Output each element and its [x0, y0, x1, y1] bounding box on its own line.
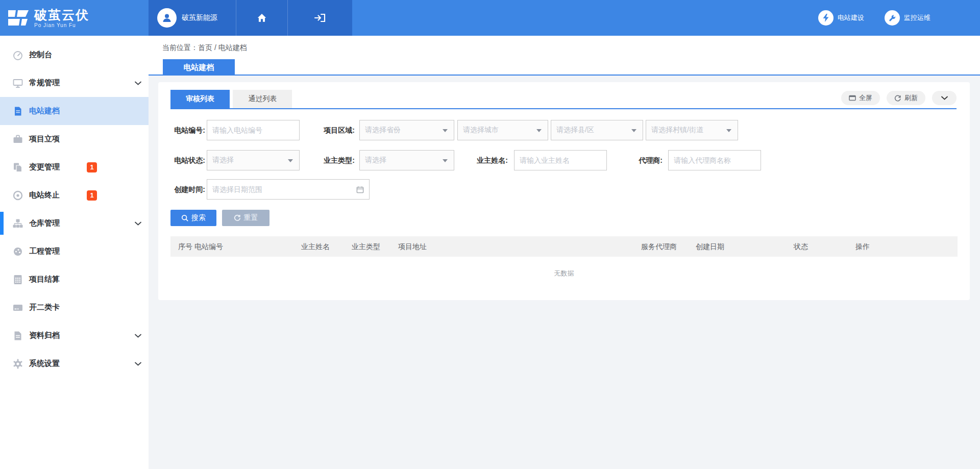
nav-monitor-ops[interactable]: 监控运维 [885, 10, 930, 26]
user-menu[interactable]: 破茧新能源 [149, 0, 236, 36]
reset-icon [234, 214, 241, 221]
calculator-icon [12, 274, 23, 285]
briefcase-icon [12, 134, 23, 145]
province-select[interactable]: 请选择省份 [359, 120, 454, 140]
target-icon [12, 190, 23, 201]
sidebar-item-archives[interactable]: 资料归档 [0, 322, 149, 350]
station-no-input[interactable] [207, 120, 300, 140]
sidebar-item-label: 项目立项 [29, 134, 60, 144]
sidebar-item-label: 开二类卡 [29, 303, 60, 312]
owner-type-label: 业主类型: [319, 150, 355, 170]
brand-logo-icon [7, 8, 30, 28]
sidebar-item-station-termination[interactable]: 电站终止 1 [0, 181, 149, 209]
sidebar-item-label: 资料归档 [29, 331, 60, 340]
col-address: 项目地址 [398, 236, 427, 257]
reset-button[interactable]: 重置 [222, 210, 270, 226]
sidebar-item-project-initiation[interactable]: 项目立项 [0, 125, 149, 153]
sidebar-item-warehouse-mgmt[interactable]: 仓库管理 [0, 209, 149, 237]
owner-name-label: 业主姓名: [467, 150, 508, 170]
breadcrumb: 当前位置：首页 / 电站建档 [162, 43, 247, 53]
refresh-icon [894, 94, 901, 102]
gear-icon [12, 358, 23, 369]
created-time-label: 创建时间: [170, 179, 205, 200]
home-button[interactable] [236, 0, 287, 36]
sidebar-item-general-mgmt[interactable]: 常规管理 [0, 69, 149, 97]
col-status: 状态 [794, 236, 808, 257]
col-created-date: 创建日期 [696, 236, 724, 257]
region-label: 项目区域: [319, 120, 355, 140]
sitemap-icon [12, 218, 23, 229]
panel-tabs: 审核列表 通过列表 全屏 刷 [170, 90, 957, 109]
user-icon [161, 12, 173, 23]
avatar [157, 8, 177, 28]
agent-input[interactable] [668, 150, 761, 170]
owner-type-select[interactable]: 请选择 [359, 150, 454, 170]
brand-logo: 破茧云伏 Po Jian Yun Fu [0, 0, 149, 36]
date-range-picker[interactable] [207, 179, 370, 200]
monitor-icon [12, 78, 23, 89]
dashboard-icon [12, 50, 23, 61]
sidebar-item-engineering-mgmt[interactable]: 工程管理 [0, 237, 149, 265]
sidebar-item-open-class2-card[interactable]: 开二类卡 [0, 293, 149, 322]
col-owner-type: 业主类型 [352, 236, 380, 257]
col-owner-name: 业主姓名 [301, 236, 330, 257]
fullscreen-icon [849, 95, 856, 101]
sign-in-icon [314, 12, 326, 23]
fullscreen-button[interactable]: 全屏 [841, 91, 880, 105]
agent-label: 代理商: [619, 150, 663, 170]
sidebar-item-dashboard[interactable]: 控制台 [0, 41, 149, 69]
station-no-label: 电站编号: [170, 120, 205, 140]
brand-subtitle: Po Jian Yun Fu [34, 22, 89, 28]
sidebar-item-change-mgmt[interactable]: 变更管理 1 [0, 153, 149, 181]
town-select[interactable]: 请选择村镇/街道 [646, 120, 738, 140]
chevron-down-icon [135, 334, 141, 338]
sidebar-item-label: 电站建档 [29, 106, 60, 116]
archive-file-icon [12, 330, 23, 341]
empty-state: 无数据 [170, 269, 958, 278]
date-range-input[interactable] [207, 185, 356, 193]
sidebar-item-label: 项目结算 [29, 275, 60, 284]
county-select[interactable]: 请选择县/区 [551, 120, 643, 140]
company-name: 破茧新能源 [182, 13, 217, 22]
lightning-icon [818, 10, 834, 26]
main-content: 当前位置：首页 / 电站建档 电站建档 审核列表 通过列表 全屏 [149, 36, 980, 469]
panel-toolbar: 全屏 刷新 [841, 91, 957, 105]
sidebar-item-label: 常规管理 [29, 78, 60, 88]
sidebar-item-label: 仓库管理 [29, 218, 60, 228]
city-select[interactable]: 请选择城市 [457, 120, 548, 140]
breadcrumb-path[interactable]: 首页 / 电站建档 [198, 43, 247, 52]
home-icon [256, 12, 267, 23]
wrench-icon [885, 10, 900, 26]
copy-icon [12, 162, 23, 173]
app-window: 破茧云伏 Po Jian Yun Fu 破茧新能源 [0, 0, 980, 469]
station-status-label: 电站状态: [170, 150, 205, 170]
owner-name-input[interactable] [514, 150, 607, 170]
top-nav: 电站建设 监控运维 [352, 0, 980, 36]
sidebar-item-label: 系统设置 [29, 359, 60, 368]
station-status-select[interactable]: 请选择 [207, 150, 300, 170]
sidebar-item-label: 控制台 [29, 50, 52, 60]
brand-title: 破茧云伏 [34, 8, 89, 21]
page-tab-station-filing[interactable]: 电站建档 [163, 59, 235, 76]
calendar-icon [356, 186, 364, 193]
logout-button[interactable] [287, 0, 352, 36]
sidebar-item-station-filing[interactable]: 电站建档 [0, 97, 149, 125]
gauge-icon [12, 246, 23, 257]
card-icon [12, 302, 23, 313]
search-icon [181, 214, 188, 221]
sidebar-item-project-settlement[interactable]: 项目结算 [0, 265, 149, 293]
change-mgmt-badge: 1 [87, 162, 97, 172]
nav-station-build[interactable]: 电站建设 [818, 10, 864, 26]
table-header: 序号 电站编号 业主姓名 业主类型 项目地址 服务代理商 创建日期 状态 操作 [170, 236, 958, 257]
tab-review-list[interactable]: 审核列表 [170, 90, 230, 108]
col-seq: 序号 [178, 236, 192, 257]
refresh-button[interactable]: 刷新 [887, 91, 925, 105]
sidebar: 控制台 常规管理 电站建档 项目立项 [0, 36, 149, 469]
sidebar-item-system-settings[interactable]: 系统设置 [0, 350, 149, 378]
search-button[interactable]: 搜索 [170, 210, 216, 226]
nav-monitor-ops-label: 监控运维 [904, 13, 930, 22]
sidebar-item-label: 电站终止 [29, 190, 60, 200]
nav-station-build-label: 电站建设 [838, 13, 864, 22]
tab-passed-list[interactable]: 通过列表 [233, 90, 292, 108]
collapse-button[interactable] [932, 91, 957, 105]
